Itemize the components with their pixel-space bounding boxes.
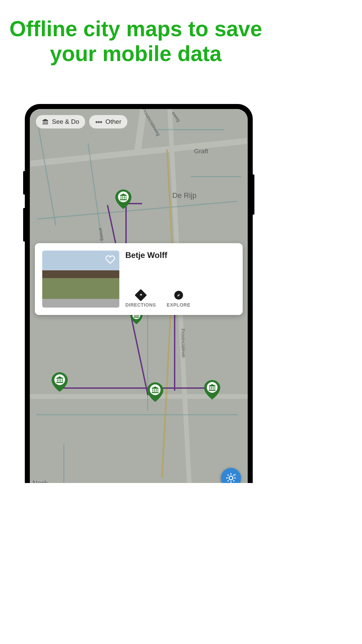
poi-card-content: Betje Wolff DIRECTIONS EXPLORE [125,251,235,308]
chip-label: Other [105,118,121,125]
svg-text:N: N [234,474,236,476]
category-filter-row: See & Do ••• Other [36,115,127,128]
phone-button-decoration [253,174,254,215]
chip-other[interactable]: ••• Other [89,115,127,128]
chip-label: See & Do [52,118,79,125]
action-label: DIRECTIONS [125,302,156,308]
compass-icon: N [225,472,237,483]
phone-button-decoration [23,208,25,241]
svg-point-3 [150,384,161,395]
poi-info-card[interactable]: Betje Wolff DIRECTIONS EXPLORE [35,243,243,315]
museum-icon [42,118,49,125]
more-dots-icon: ••• [95,120,102,124]
svg-point-4 [207,382,218,393]
favorite-button[interactable] [105,255,115,265]
svg-point-0 [118,192,129,202]
svg-point-2 [54,374,65,385]
phone-button-decoration [23,171,25,195]
action-label: EXPLORE [167,302,190,308]
map-place-label: De Rijp [172,191,196,200]
explore-button[interactable]: EXPLORE [167,291,190,308]
poi-pin-museum[interactable] [115,190,131,209]
map-place-label: Neck [33,479,48,483]
chip-see-do[interactable]: See & Do [36,115,85,128]
phone-screen: Graft De Rijp Provincialeweg Provinciale… [30,109,248,483]
poi-pin-museum[interactable] [52,372,68,392]
directions-icon [134,289,147,302]
phone-mockup-frame: Graft De Rijp Provincialeweg Provinciale… [25,104,253,483]
poi-pin-museum[interactable] [147,382,163,402]
poi-title: Betje Wolff [125,251,235,260]
svg-point-5 [229,476,233,480]
promo-headline: Offline city maps to save your mobile da… [0,17,272,66]
map-road-label: Provincialewe [180,329,187,358]
directions-button[interactable]: DIRECTIONS [125,291,156,308]
poi-actions-row: DIRECTIONS EXPLORE [125,291,235,308]
poi-pin-museum[interactable] [204,380,220,399]
heart-icon [105,255,115,265]
explore-icon [174,291,183,300]
map-place-label: Graft [194,148,208,155]
poi-image-thumbnail [42,251,119,308]
